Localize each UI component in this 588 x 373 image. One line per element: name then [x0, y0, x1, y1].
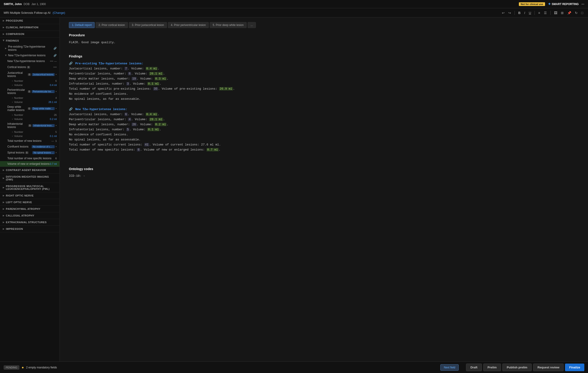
- section-right-optic-header[interactable]: ▶ Right optic nerve: [0, 192, 60, 199]
- findings-peri[interactable]: Periventricular lesions 8 Periventricula…: [0, 87, 60, 96]
- list-ordered-button[interactable]: ≡: [537, 10, 541, 15]
- infra-number-label: •Number: [12, 130, 23, 133]
- table-button[interactable]: ⊞: [560, 10, 565, 15]
- tab-1[interactable]: 1. Default report: [69, 22, 95, 28]
- report-content: Procedure FLAIR. Good image quality. Fin…: [69, 33, 579, 179]
- pre-deep-vol: 0.3 ml: [155, 77, 167, 80]
- cortical-dots[interactable]: •••: [53, 65, 57, 69]
- section-dwi-header[interactable]: ▶ Diffusion-weighted imaging (DWI): [0, 173, 60, 183]
- section-impression-header[interactable]: ▶ IMPRESSION: [0, 226, 60, 232]
- tab-2[interactable]: 2. Prior cortical lesion: [95, 22, 128, 28]
- section-callosal-header[interactable]: ▶ Callosal atrophy: [0, 212, 60, 219]
- confluent-dots[interactable]: •: [56, 145, 57, 149]
- pin-button[interactable]: 📌: [566, 10, 572, 15]
- findings-new-header[interactable]: ▶ New T2w-hyperintense lesions 🔗: [0, 53, 60, 58]
- new-deep-line: Deep white matter lesions, number: 26. V…: [69, 122, 579, 127]
- bold-button[interactable]: B: [517, 10, 522, 15]
- undo-button[interactable]: ↩: [501, 10, 506, 15]
- deep-volume-row: •Volume 0.2 ml: [0, 117, 60, 121]
- next-field-button[interactable]: Next field: [440, 364, 459, 371]
- juxta-volume-label: •Volume: [12, 84, 23, 86]
- new-child-dots[interactable]: •••: [50, 59, 53, 63]
- pre-total-line: Total number of specific pre-existing le…: [69, 86, 579, 91]
- patient-info: SMITH, John DOB Jan 1, 1900: [4, 2, 46, 6]
- findings-new-child[interactable]: New T2w-hyperintense lesions ••• —: [0, 58, 60, 64]
- refresh-button[interactable]: ↻: [574, 10, 579, 15]
- change-button[interactable]: (Change): [52, 11, 65, 14]
- section-parenchymal-header[interactable]: ▶ Parenchymal atrophy: [0, 206, 60, 212]
- underline-button[interactable]: U: [528, 10, 532, 15]
- redo-button[interactable]: ↪: [507, 10, 512, 15]
- peri-dots[interactable]: •: [56, 90, 57, 93]
- toolbar-sep-3: [550, 11, 551, 15]
- draft-button[interactable]: Draft: [466, 363, 482, 371]
- section-comparison-header[interactable]: ▶ COMPARISON: [0, 31, 60, 37]
- request-review-button[interactable]: Request review: [533, 363, 564, 371]
- italic-button[interactable]: I: [523, 10, 526, 15]
- prelim-button[interactable]: Prelim: [483, 363, 501, 371]
- section-findings-header[interactable]: ▶ FINDINGS: [0, 37, 60, 44]
- section-contrast-header[interactable]: ▶ Contrast agent behavior: [0, 167, 60, 173]
- juxta-dots[interactable]: •: [56, 73, 57, 76]
- app-title-text: MRI Multiple Sclerosis Follow-up AI: [4, 11, 51, 14]
- pre-infra-num: 3: [126, 82, 130, 85]
- deep-volume-label: •Volume: [12, 118, 23, 120]
- deep-badge: 6: [28, 107, 31, 110]
- section-procedure-header[interactable]: ▶ PROCEDURE: [0, 18, 60, 24]
- chevron-right-optic: ▶: [3, 194, 5, 197]
- findings-total-new[interactable]: Total number of new lesions — 1: [0, 138, 60, 144]
- menu-dots[interactable]: •••: [581, 2, 584, 6]
- finalize-button[interactable]: Finalize: [565, 363, 584, 371]
- section-findings-label: FINDINGS: [6, 39, 19, 42]
- findings-spinal[interactable]: Spinal lesions 8 No spinal lesions ... •: [0, 149, 60, 156]
- section-pml-header[interactable]: ▶ Progressive multifocal leukoencephalop…: [0, 183, 60, 192]
- infra-dots[interactable]: •: [56, 124, 57, 127]
- procedure-heading: Procedure: [69, 33, 579, 38]
- pre-total-num: 35: [153, 87, 158, 91]
- deep-tag: Deep white matter ...: [32, 107, 55, 110]
- section-left-optic-header[interactable]: ▶ Left optic nerve: [0, 199, 60, 205]
- chevron-parenchymal: ▶: [3, 208, 5, 210]
- procedure-text: FLAIR. Good image quality.: [69, 40, 579, 45]
- findings-total-specific[interactable]: Total number of new specific lesions 6: [0, 156, 60, 161]
- spinal-dots[interactable]: •: [56, 151, 57, 154]
- chevron-findings: ▶: [2, 40, 5, 42]
- ontology-heading: Ontology codes: [69, 166, 579, 172]
- juxta-number-label: •Number: [12, 80, 23, 82]
- chevron-left-optic: ▶: [3, 201, 5, 203]
- section-extracranial-header[interactable]: ▶ Extracranial structures: [0, 219, 60, 225]
- findings-volume-enlarged[interactable]: Volume of new or enlarged lesions 0.7 ml: [0, 161, 60, 167]
- pre-total-vol: 26.9 ml: [219, 87, 233, 91]
- list-unordered-button[interactable]: ☰: [543, 10, 548, 15]
- findings-confluent-text: Confluent lesions: [7, 145, 29, 148]
- spinal-badge: 8: [25, 151, 29, 154]
- volume-enlarged-val: 0.7 ml: [50, 162, 57, 165]
- editor-area: 1. Default report 2. Prior cortical lesi…: [60, 18, 588, 362]
- preexisting-link-icon: 🔗: [53, 47, 57, 50]
- findings-preexisting[interactable]: ▶ Pre-existing T2w-hyperintense lesions …: [0, 44, 60, 53]
- section-clinical-header[interactable]: ▶ CLINICAL INFORMATION: [0, 24, 60, 31]
- findings-deep[interactable]: Deep white matter lesions 6 Deep white m…: [0, 104, 60, 113]
- tab-3[interactable]: 3. Prior juxtacortical lesion: [129, 22, 167, 28]
- infra-tag: Infratentorial lesio...: [32, 124, 55, 127]
- deep-dots[interactable]: •: [56, 107, 57, 110]
- new-peri-line: Periventricular lesions, number: 4. Volu…: [69, 117, 579, 122]
- tab-5[interactable]: 5. Prior deep white lesion: [210, 22, 247, 28]
- chevron-clinical: ▶: [3, 26, 5, 29]
- findings-juxta[interactable]: Juxtacortical lesions 8 Juxtacortical le…: [0, 70, 60, 79]
- tab-4[interactable]: 4. Prior periventricular lesion: [168, 22, 209, 28]
- pre-peri-num: 6: [128, 72, 131, 75]
- findings-confluent[interactable]: Confluent lesions No evidence of con... …: [0, 144, 60, 149]
- section-procedure: ▶ PROCEDURE: [0, 18, 60, 24]
- findings-cortical[interactable]: Cortical lesions 6 •••: [0, 64, 60, 70]
- tab-more[interactable]: ...: [248, 22, 256, 28]
- layout-button[interactable]: □: [580, 10, 584, 15]
- section-extracranial: ▶ Extracranial structures: [0, 219, 60, 226]
- image-button[interactable]: 🖼: [553, 10, 558, 15]
- logo-icon: ✦: [548, 2, 551, 6]
- findings-infra[interactable]: Infratentorial lesions 8 Infratentorial …: [0, 121, 60, 130]
- new-peri-vol: 28.1 ml: [149, 118, 163, 121]
- publish-prelim-button[interactable]: Publish prelim: [502, 363, 532, 371]
- section-procedure-label: PROCEDURE: [6, 19, 23, 22]
- pending-badge: PENDING: [4, 365, 19, 370]
